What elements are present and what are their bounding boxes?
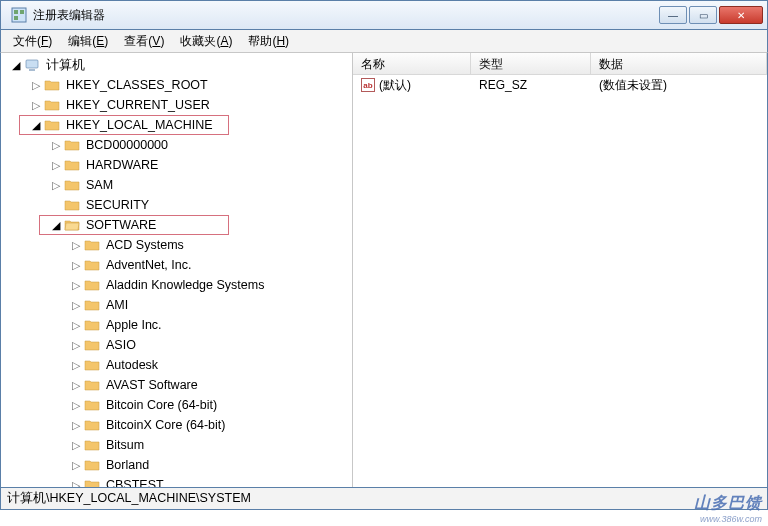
status-path: 计算机\HKEY_LOCAL_MACHINE\SYSTEM [7, 490, 251, 507]
folder-icon [84, 357, 100, 373]
tree-label: Autodesk [104, 357, 160, 373]
svg-rect-4 [26, 60, 38, 68]
tree-label: HARDWARE [84, 157, 160, 173]
folder-icon [44, 97, 60, 113]
tree-label: ASIO [104, 337, 138, 353]
tree-node-hardware[interactable]: ▷ HARDWARE [1, 155, 352, 175]
tree-label: BitcoinX Core (64-bit) [104, 417, 228, 433]
svg-rect-2 [20, 10, 24, 14]
expander-icon[interactable]: ▷ [69, 459, 82, 472]
tree-node[interactable]: ▷Bitsum [1, 435, 352, 455]
tree-node-hkcu[interactable]: ▷ HKEY_CURRENT_USER [1, 95, 352, 115]
tree-label: AdventNet, Inc. [104, 257, 193, 273]
tree-node[interactable]: ▷BitcoinX Core (64-bit) [1, 415, 352, 435]
expander-icon[interactable]: ▷ [49, 179, 62, 192]
value-data: (数值未设置) [591, 77, 767, 94]
folder-open-icon [64, 217, 80, 233]
expander-icon[interactable]: ▷ [69, 439, 82, 452]
registry-tree: ◢ 计算机 ▷ HKEY_CLASSES_ROOT ▷ HKEY_CURRENT… [1, 53, 352, 487]
expander-icon[interactable]: ▷ [69, 399, 82, 412]
tree-node-security[interactable]: SECURITY [1, 195, 352, 215]
main-area: ◢ 计算机 ▷ HKEY_CLASSES_ROOT ▷ HKEY_CURRENT… [0, 52, 768, 488]
folder-icon [64, 197, 80, 213]
folder-icon [64, 137, 80, 153]
folder-icon [44, 117, 60, 133]
tree-label: HKEY_CURRENT_USER [64, 97, 212, 113]
menu-edit[interactable]: 编辑(E) [60, 31, 116, 52]
tree-node[interactable]: ▷Apple Inc. [1, 315, 352, 335]
expander-icon[interactable]: ▷ [69, 319, 82, 332]
expander-icon[interactable]: ▷ [69, 339, 82, 352]
expander-icon [49, 199, 62, 212]
folder-icon [84, 337, 100, 353]
expander-icon[interactable]: ◢ [49, 219, 62, 232]
svg-rect-5 [29, 69, 35, 71]
expander-icon[interactable]: ▷ [69, 279, 82, 292]
menu-help[interactable]: 帮助(H) [240, 31, 297, 52]
expander-icon[interactable]: ▷ [69, 299, 82, 312]
tree-node-software[interactable]: ◢ SOFTWARE [39, 215, 229, 235]
tree-label: AMI [104, 297, 130, 313]
expander-icon[interactable]: ▷ [69, 379, 82, 392]
tree-node-sam[interactable]: ▷ SAM [1, 175, 352, 195]
expander-icon[interactable]: ▷ [29, 79, 42, 92]
expander-icon[interactable]: ▷ [49, 159, 62, 172]
tree-node[interactable]: ▷Borland [1, 455, 352, 475]
expander-icon[interactable]: ◢ [9, 59, 22, 72]
expander-icon[interactable]: ▷ [29, 99, 42, 112]
tree-node-hklm[interactable]: ◢ HKEY_LOCAL_MACHINE [19, 115, 229, 135]
folder-icon [64, 157, 80, 173]
list-row[interactable]: ab (默认) REG_SZ (数值未设置) [353, 75, 767, 95]
menu-favorites[interactable]: 收藏夹(A) [172, 31, 240, 52]
list-header: 名称 类型 数据 [353, 53, 767, 75]
tree-label: Apple Inc. [104, 317, 164, 333]
tree-label: SECURITY [84, 197, 151, 213]
tree-pane[interactable]: ◢ 计算机 ▷ HKEY_CLASSES_ROOT ▷ HKEY_CURRENT… [1, 53, 353, 487]
tree-node-bcd[interactable]: ▷ BCD00000000 [1, 135, 352, 155]
value-name: (默认) [379, 77, 411, 94]
menu-file[interactable]: 文件(F) [5, 31, 60, 52]
expander-icon[interactable]: ▷ [69, 359, 82, 372]
folder-icon [84, 317, 100, 333]
expander-icon[interactable]: ▷ [69, 259, 82, 272]
menu-view[interactable]: 查看(V) [116, 31, 172, 52]
expander-icon[interactable]: ◢ [29, 119, 42, 132]
folder-icon [84, 477, 100, 487]
tree-label: Aladdin Knowledge Systems [104, 277, 266, 293]
tree-label: ACD Systems [104, 237, 186, 253]
tree-node[interactable]: ▷ACD Systems [1, 235, 352, 255]
close-button[interactable]: ✕ [719, 6, 763, 24]
folder-icon [64, 177, 80, 193]
tree-node[interactable]: ▷AMI [1, 295, 352, 315]
expander-icon[interactable]: ▷ [69, 239, 82, 252]
tree-label: Bitsum [104, 437, 146, 453]
folder-icon [84, 417, 100, 433]
computer-icon [24, 57, 40, 73]
tree-node[interactable]: ▷AVAST Software [1, 375, 352, 395]
folder-icon [84, 257, 100, 273]
folder-icon [84, 277, 100, 293]
maximize-button[interactable]: ▭ [689, 6, 717, 24]
tree-node[interactable]: ▷AdventNet, Inc. [1, 255, 352, 275]
tree-node-hkcr[interactable]: ▷ HKEY_CLASSES_ROOT [1, 75, 352, 95]
tree-label: HKEY_CLASSES_ROOT [64, 77, 210, 93]
expander-icon[interactable]: ▷ [69, 479, 82, 488]
tree-node[interactable]: ▷CBSTEST [1, 475, 352, 487]
window-title: 注册表编辑器 [33, 7, 659, 24]
svg-rect-3 [14, 16, 18, 20]
tree-node[interactable]: ▷Bitcoin Core (64-bit) [1, 395, 352, 415]
list-body[interactable]: ab (默认) REG_SZ (数值未设置) [353, 75, 767, 487]
column-type[interactable]: 类型 [471, 53, 591, 74]
folder-icon [84, 457, 100, 473]
folder-icon [44, 77, 60, 93]
expander-icon[interactable]: ▷ [69, 419, 82, 432]
tree-node[interactable]: ▷ASIO [1, 335, 352, 355]
tree-node[interactable]: ▷Aladdin Knowledge Systems [1, 275, 352, 295]
minimize-button[interactable]: — [659, 6, 687, 24]
tree-node-computer[interactable]: ◢ 计算机 [1, 55, 352, 75]
tree-node[interactable]: ▷Autodesk [1, 355, 352, 375]
tree-label: SOFTWARE [84, 217, 158, 233]
column-name[interactable]: 名称 [353, 53, 471, 74]
column-data[interactable]: 数据 [591, 53, 767, 74]
expander-icon[interactable]: ▷ [49, 139, 62, 152]
